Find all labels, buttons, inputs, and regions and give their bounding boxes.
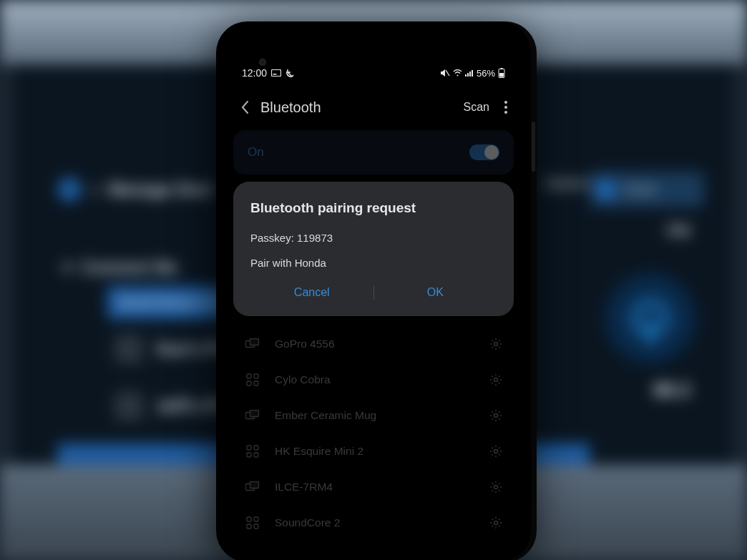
monitors-icon	[243, 338, 262, 350]
status-time: 12:00	[242, 67, 267, 79]
signal-icon	[465, 69, 474, 77]
svg-rect-25	[254, 453, 258, 457]
bg-fm-label: FM	[667, 222, 690, 240]
svg-rect-17	[254, 381, 258, 385]
device-name: Ember Ceramic Mug	[275, 409, 489, 422]
back-button[interactable]	[235, 97, 255, 117]
device-name: GoPro 4556	[275, 338, 489, 350]
grid-icon	[243, 516, 262, 529]
more-options-button[interactable]	[499, 101, 512, 114]
card-icon	[271, 69, 281, 77]
page-title: Bluetooth	[260, 99, 464, 116]
device-row[interactable]: GoPro 4556	[226, 326, 521, 362]
svg-point-3	[456, 75, 458, 77]
svg-rect-20	[250, 411, 259, 417]
device-name: SoundCore 2	[275, 516, 489, 529]
battery-icon	[498, 68, 505, 78]
device-name: HK Esquire Mini 2	[275, 445, 489, 458]
device-row[interactable]: SoundCore 2	[226, 505, 521, 541]
svg-rect-32	[247, 524, 251, 529]
dialog-title: Bluetooth pairing request	[250, 200, 497, 216]
phone-frame: 12:00 56% Bluetooth Scan	[216, 21, 531, 560]
svg-rect-6	[469, 72, 471, 77]
device-name: ILCE-7RM4	[275, 481, 489, 493]
phone-screen: 12:00 56% Bluetooth Scan	[226, 31, 521, 552]
bg-options: Options	[544, 175, 593, 192]
svg-point-21	[494, 414, 498, 418]
phone-missed-icon	[285, 69, 295, 78]
svg-rect-30	[247, 517, 251, 521]
bg-radio-icon	[604, 272, 697, 365]
mute-icon	[440, 69, 450, 77]
svg-point-26	[494, 450, 498, 453]
wifi-icon	[453, 69, 462, 77]
device-row[interactable]: HK Esquire Mini 2	[226, 433, 521, 469]
svg-rect-1	[273, 74, 277, 75]
scan-button[interactable]: Scan	[464, 101, 489, 114]
battery-percent: 56%	[477, 68, 495, 79]
svg-rect-22	[247, 446, 251, 450]
dialog-pair-with: Pair with Honda	[250, 257, 497, 269]
cancel-button[interactable]: Cancel	[250, 282, 374, 303]
gear-icon[interactable]	[489, 373, 504, 386]
svg-rect-14	[247, 374, 251, 378]
svg-rect-33	[254, 524, 258, 529]
grid-icon	[243, 445, 262, 458]
toggle-label: On	[248, 145, 469, 159]
ok-button[interactable]: OK	[374, 282, 497, 303]
svg-rect-4	[465, 74, 467, 77]
bluetooth-switch[interactable]	[469, 144, 499, 160]
svg-rect-28	[250, 482, 259, 488]
svg-line-2	[446, 70, 449, 76]
device-row[interactable]: ILCE-7RM4	[226, 469, 521, 505]
bg-owner: 👤Owner	[590, 172, 704, 207]
device-name: Cylo Cobra	[275, 373, 489, 386]
svg-rect-31	[254, 517, 258, 521]
status-bar: 12:00 56%	[226, 64, 521, 82]
gear-icon[interactable]	[489, 516, 504, 529]
svg-point-18	[494, 378, 498, 382]
svg-rect-0	[272, 70, 281, 77]
gear-icon[interactable]	[489, 338, 504, 350]
gear-icon[interactable]	[489, 445, 504, 458]
monitors-icon	[243, 410, 262, 421]
svg-point-13	[494, 343, 498, 346]
grid-icon	[243, 373, 262, 386]
pairing-dialog: Bluetooth pairing request Passkey: 11987…	[233, 182, 514, 316]
svg-point-34	[494, 521, 498, 525]
svg-rect-24	[247, 453, 251, 457]
svg-rect-12	[250, 339, 259, 345]
svg-rect-5	[467, 73, 469, 77]
svg-rect-16	[247, 381, 251, 385]
bg-frequency: 88.3	[653, 379, 690, 401]
dialog-passkey: Passkey: 119873	[250, 232, 497, 244]
gear-icon[interactable]	[489, 481, 504, 493]
gear-icon[interactable]	[489, 409, 504, 422]
svg-point-29	[494, 486, 498, 489]
device-row[interactable]: Ember Ceramic Mug	[226, 398, 521, 433]
device-list: GoPro 4556 Cylo Cobra Ember Ceramic Mug …	[226, 326, 521, 541]
bg-manage-devices: ›Manage Devi	[57, 177, 213, 202]
bluetooth-toggle-row[interactable]: On	[233, 130, 514, 175]
svg-rect-23	[254, 446, 258, 450]
device-row[interactable]: Cylo Cobra	[226, 362, 521, 398]
svg-rect-10	[499, 73, 504, 77]
svg-rect-15	[254, 374, 258, 378]
svg-rect-7	[472, 70, 473, 77]
monitors-icon	[243, 481, 262, 493]
app-bar: Bluetooth Scan	[226, 89, 521, 126]
